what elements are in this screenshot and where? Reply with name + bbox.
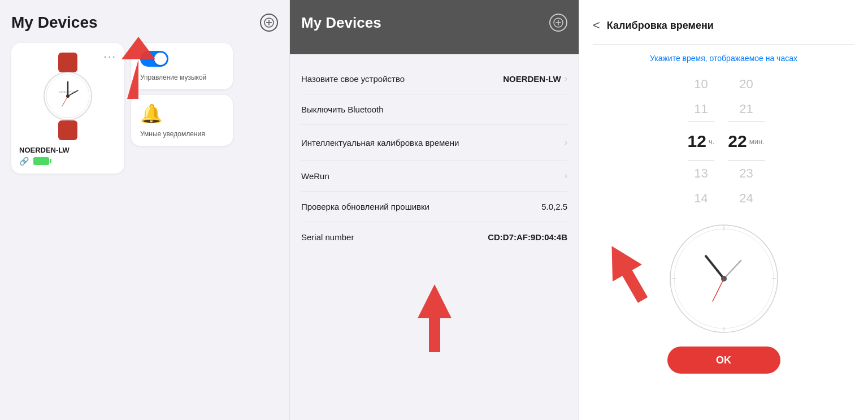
min-22: 22 — [728, 124, 747, 158]
hour-14: 14 — [694, 186, 708, 211]
plus-icon-2 — [553, 18, 563, 28]
panel2-header-inner: My Devices — [301, 14, 567, 32]
bell-icon: 🔔 — [140, 103, 163, 124]
min-20: 20 — [739, 72, 753, 97]
plus-icon — [264, 18, 274, 28]
notifications-label: Умные уведомления — [140, 130, 205, 138]
svg-marker-13 — [121, 37, 155, 99]
panel-1: My Devices ··· — [0, 0, 289, 420]
svg-marker-17 — [418, 284, 452, 352]
svg-rect-3 — [58, 53, 77, 72]
panel2-header: My Devices — [290, 0, 579, 54]
minute-unit: мин. — [749, 137, 765, 146]
hour-13: 13 — [694, 161, 708, 186]
min-21: 21 — [739, 97, 753, 122]
panel3-header: < Калибровка времени — [593, 9, 854, 45]
hour-unit: ч. — [709, 137, 714, 146]
label-serial: Serial number — [301, 232, 354, 242]
min-selected-row: 22 мин. — [728, 122, 764, 161]
chevron-icon-3: › — [565, 171, 567, 181]
value-firmware: 5.0,2.5 — [541, 202, 567, 211]
panel1-add-button[interactable] — [260, 14, 278, 32]
settings-item-device-name[interactable]: Назовите свое устройство NOERDEN-LW › — [301, 63, 567, 94]
time-picker-container[interactable]: 10 11 12 ч. 13 14 20 21 22 мин. 23 24 — [593, 72, 854, 211]
settings-item-serial: Serial number CD:D7:AF:9D:04:4B — [301, 222, 567, 252]
chevron-icon-2: › — [565, 137, 567, 148]
label-time-calib: Интеллектуальная калибровка времени — [301, 138, 459, 148]
svg-line-24 — [706, 256, 724, 279]
ok-button[interactable]: OK — [667, 347, 780, 374]
arrow-1 — [110, 31, 178, 105]
panel2-content: Назовите свое устройство NOERDEN-LW › Вы… — [301, 54, 567, 252]
label-firmware: Проверка обновлений прошивки — [301, 202, 429, 211]
hour-10: 10 — [694, 72, 708, 97]
hour-12: 12 — [688, 124, 706, 158]
svg-line-25 — [724, 261, 741, 279]
settings-item-firmware[interactable]: Проверка обновлений прошивки 5.0,2.5 — [301, 192, 567, 222]
label-device-name: Назовите свое устройство — [301, 74, 405, 84]
label-bluetooth: Выключить Bluetooth — [301, 105, 384, 114]
settings-item-time-calib[interactable]: Интеллектуальная калибровка времени › — [301, 125, 567, 161]
svg-point-11 — [66, 94, 70, 98]
settings-item-werun[interactable]: WeRun › — [301, 161, 567, 192]
svg-rect-4 — [58, 120, 77, 140]
watch-svg: NOERDEN — [37, 53, 99, 140]
min-23: 23 — [739, 161, 753, 186]
back-button[interactable]: < — [593, 18, 600, 33]
min-24: 24 — [739, 186, 753, 211]
svg-marker-28 — [597, 237, 658, 308]
panel2-title: My Devices — [301, 14, 381, 32]
panel2-add-button[interactable] — [549, 14, 567, 32]
panel3-subtitle: Укажите время, отображаемое на часах — [593, 54, 854, 63]
time-picker: 10 11 12 ч. 13 14 20 21 22 мин. 23 24 — [593, 72, 854, 211]
settings-item-bluetooth[interactable]: Выключить Bluetooth — [301, 94, 567, 125]
device-card[interactable]: ··· NOERDEN — [11, 43, 124, 174]
panel-3: < Калибровка времени Укажите время, отоб… — [579, 0, 868, 420]
arrow-3 — [591, 236, 664, 310]
hour-11: 11 — [694, 97, 708, 122]
panel1-header: My Devices — [11, 14, 278, 32]
settings-list: Назовите свое устройство NOERDEN-LW › Вы… — [301, 63, 567, 252]
hours-column[interactable]: 10 11 12 ч. 13 14 — [679, 72, 724, 211]
panel-2: My Devices Назовите свое устройство NOER… — [289, 0, 579, 420]
clock-face — [667, 222, 780, 335]
svg-line-27 — [713, 279, 724, 301]
chevron-icon-0: › — [565, 73, 567, 84]
device-name: NOERDEN-LW — [19, 146, 116, 154]
arrow-2 — [389, 279, 480, 358]
link-icon: 🔗 — [19, 157, 29, 166]
watch-illustration: NOERDEN — [19, 51, 116, 141]
value-serial: CD:D7:AF:9D:04:4B — [488, 232, 567, 242]
minutes-column[interactable]: 20 21 22 мин. 23 24 — [724, 72, 769, 211]
value-device-name: NOERDEN-LW › — [503, 73, 567, 84]
panel3-title: Калибровка времени — [607, 20, 714, 32]
hour-selected-row: 12 ч. — [688, 122, 715, 161]
battery-indicator — [33, 157, 49, 165]
device-status: 🔗 — [19, 157, 116, 166]
panel1-title: My Devices — [11, 14, 98, 32]
label-werun: WeRun — [301, 171, 329, 181]
